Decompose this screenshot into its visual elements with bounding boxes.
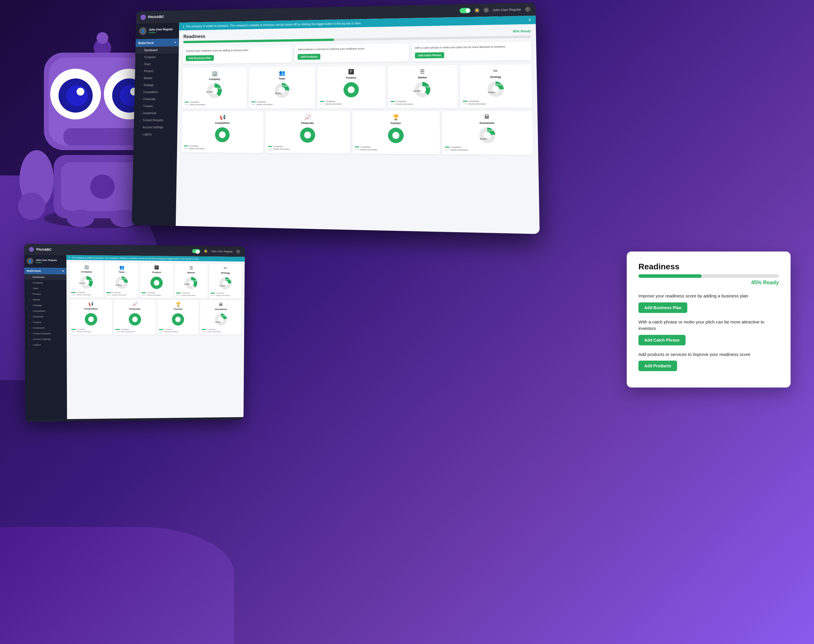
chart-legend-market: Completed Needs Information [390,100,455,105]
nav-group-builddeck[interactable]: Build Deck ▾ [135,38,178,47]
action-card-business-plan: Improve your readiness score by adding a… [183,45,292,64]
chart-legend-product: Completed Needs Information [320,100,383,105]
sidebar-item-product[interactable]: Product [135,67,178,75]
second-sidebar-product[interactable]: Product [25,291,66,297]
completed-dot [158,329,163,330]
sidebar-item-investment[interactable]: Investment [134,110,177,117]
needs-label: Needs Information [273,148,290,150]
info-card-add-products-button[interactable]: Add Products [639,360,677,371]
completed-label: Completed [112,291,121,293]
second-sidebar-dashboard[interactable]: Dashboard [24,274,66,280]
second-sidebar-account-settings[interactable]: Account Settings [25,336,66,342]
second-sidebar-company[interactable]: Company [24,280,66,286]
chart-label-financials: Financials [129,308,140,310]
needs-label: Needs Information [121,331,135,333]
sidebar-item-traction[interactable]: Traction [134,103,178,110]
second-sidebar-traction[interactable]: Traction [25,319,66,325]
chart-card-competition: 📢 Competition 100% Completed Needs Infor… [181,111,263,153]
sidebar-item-account-settings[interactable]: Account Settings [134,124,177,131]
legend-needs: Needs Information [176,294,206,296]
legend-needs: Needs Information [201,331,240,333]
sidebar-item-dashboard[interactable]: Dashboard [135,46,178,54]
sidebar-item-logout[interactable]: LogOut [134,131,177,138]
legend-completed: Completed [390,100,455,102]
close-icon[interactable]: ✕ [528,18,531,22]
pie-chart-strategy: 25.00%75.00% [486,80,505,98]
sidebar-status: Online [149,31,175,34]
needs-label: Needs Information [451,149,468,151]
settings-icon[interactable]: ⚙ [483,7,489,13]
second-sidebar-strategy[interactable]: Strategy [25,302,66,308]
chart-card-investment: 🏛 Investment 23.08%76.92% Completed Need… [200,300,241,334]
svg-text:62.50%: 62.50% [413,90,421,92]
svg-text:61.11%: 61.11% [206,90,213,93]
completed-label: Completed [77,291,86,293]
sidebar-item-contact[interactable]: Contact Request [134,117,177,124]
legend-needs: Needs Information [355,148,438,151]
legend-needs: Needs Information [158,331,197,333]
second-sidebar-competition[interactable]: Competition [25,308,66,314]
action-card-products: Add products or services to improve your… [295,43,409,63]
add-catch-phrase-button[interactable]: Add Catch Phrase [415,52,444,58]
legend-needs: Needs Information [320,103,383,105]
info-card-item-text-1: With a catch phrase or motto your pitch … [639,319,779,332]
menu-icon[interactable]: ≡ [525,6,531,12]
second-sidebar-investment[interactable]: Investment [25,325,66,331]
second-nav-group[interactable]: Build Deck ▾ [24,268,66,274]
info-card-add-business-plan-button[interactable]: Add Business Plan [639,302,687,313]
chart-legend-market: Completed Needs Information [176,292,206,296]
chart-label-market: Market [418,76,427,79]
completed-label: Completed [190,101,199,103]
second-sidebar-team[interactable]: Team [25,285,66,291]
completed-dot [184,146,188,146]
add-business-plan-button[interactable]: Add Business Plan [186,55,214,61]
second-menu-icon[interactable]: ≡ [236,250,240,253]
second-chevron-icon: ▾ [62,270,64,273]
pie-chart-strategy: 25.00%75.00% [218,276,233,290]
chart-icon-financials: 📈 [132,302,137,307]
pie-chart-company: 38.89%61.11% [79,275,94,290]
second-sidebar-market[interactable]: Market [25,297,66,303]
completed-dot [320,101,324,102]
needs-dot [71,331,76,332]
chart-label-company: Company [209,78,220,80]
second-notification-icon[interactable]: 🔔 [204,249,208,253]
content-area: ℹ The company is visible to investors. T… [176,16,540,234]
needs-dot [176,295,181,296]
charts-row-1: 🏢 Company 38.89%61.11% Completed Needs I… [182,64,533,109]
legend-completed: Completed [71,291,102,293]
chart-label-investment: Investment [479,121,495,124]
chart-legend-investment: Completed Needs Information [201,328,240,333]
needs-label: Needs Information [207,331,221,333]
pie-chart-market: 37.50%62.50% [413,81,432,98]
readiness-info-card: Readiness 45% Ready Improve your readine… [627,251,791,388]
info-card-add-catch-phrase-button[interactable]: Add Catch Phrase [639,335,685,345]
second-sidebar-financials[interactable]: Financials [25,314,66,320]
second-sidebar-logout[interactable]: LogOut [25,342,66,347]
second-visibility-toggle[interactable] [192,249,200,253]
needs-dot [115,331,120,332]
second-user-details: John User Regular Online [36,259,64,264]
charts-row-2: 📢 Competition 100% Completed Needs Infor… [181,111,533,155]
sidebar-item-strategy[interactable]: Strategy [135,81,178,89]
legend-needs: Needs Information [71,331,111,333]
needs-dot [106,294,111,295]
info-card-bar-fill [639,274,702,278]
chart-legend-company: Completed Needs Information [184,101,244,106]
sidebar-item-company[interactable]: Company [135,53,178,61]
sidebar-item-team[interactable]: Team [135,60,178,67]
needs-label: Needs Information [190,104,206,106]
second-sidebar-contact[interactable]: Contact Request [25,331,66,336]
chart-card-product: 🅿 Product 100% Completed Needs Informati… [140,263,173,298]
add-products-button[interactable]: Add Products [298,54,320,60]
sidebar-item-financials[interactable]: Financials [134,95,178,103]
action-card-text-1: Add products or services to improve your… [298,46,405,51]
second-nav-section: Build Deck ▾ Dashboard Company Team Prod… [24,268,67,420]
info-card-percent: 45% Ready [639,280,779,286]
sidebar-item-market[interactable]: Market [135,74,178,81]
sidebar-item-competition[interactable]: Competition [135,88,178,96]
visibility-toggle[interactable] [460,8,471,13]
svg-text:62.50%: 62.50% [184,283,190,285]
action-card-catchphrase: With a catch phrase or motto your pitch … [412,41,531,61]
notification-icon[interactable]: 🔔 [474,8,480,13]
